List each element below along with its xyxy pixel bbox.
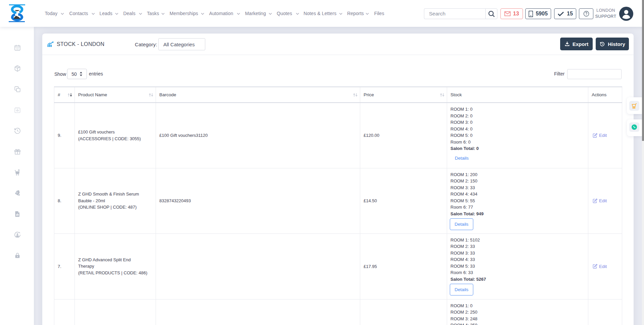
svg-text:12: 12 xyxy=(16,47,19,50)
